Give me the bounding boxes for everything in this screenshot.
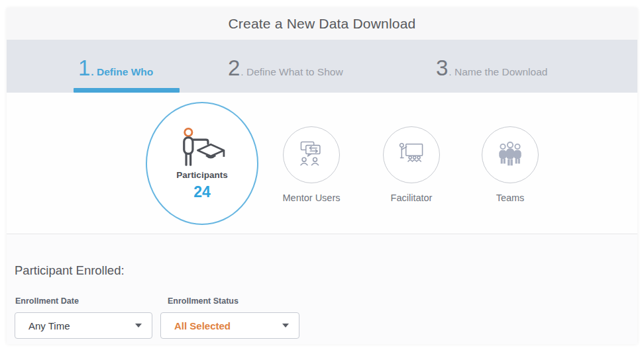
mentor-users-icon xyxy=(297,140,326,170)
wizard-steps: 1 . Define Who 2 . Define What to Show 3… xyxy=(7,40,637,93)
teams-icon xyxy=(496,140,525,170)
mentor-users-circle xyxy=(283,126,340,183)
audience-selector: Participants 24 xyxy=(7,93,637,234)
step-number: 3 xyxy=(436,57,448,79)
chevron-down-icon xyxy=(135,324,142,328)
audience-option-label: Teams xyxy=(496,193,525,203)
participant-graduate-icon xyxy=(175,126,229,170)
create-download-dialog: Create a New Data Download 1 . Define Wh… xyxy=(7,8,637,344)
step-number: 1 xyxy=(78,57,90,79)
page: Create a New Data Download 1 . Define Wh… xyxy=(0,0,644,352)
filters-section-title: Participant Enrolled: xyxy=(15,263,125,278)
facilitator-circle xyxy=(383,126,440,183)
enrollment-date-dropdown[interactable]: Any Time xyxy=(15,312,152,339)
audience-option-label: Facilitator xyxy=(391,193,433,203)
step-tab-define-who[interactable]: 1 . Define Who xyxy=(78,57,153,79)
enrollment-date-label: Enrollment Date xyxy=(15,296,79,306)
enrollment-status-dropdown[interactable]: All Selected xyxy=(160,312,299,339)
active-step-underline xyxy=(74,88,180,93)
step-number: 2 xyxy=(228,57,240,79)
audience-option-participants[interactable]: Participants 24 xyxy=(146,102,258,225)
dialog-header: Create a New Data Download xyxy=(7,8,637,40)
audience-option-facilitator[interactable]: Facilitator xyxy=(365,126,458,203)
audience-option-label: Mentor Users xyxy=(282,193,340,203)
enrollment-status-value: All Selected xyxy=(174,320,231,331)
page-title: Create a New Data Download xyxy=(228,16,415,32)
audience-option-teams[interactable]: Teams xyxy=(464,126,557,203)
step-label: . Define What to Show xyxy=(240,66,343,78)
facilitator-icon xyxy=(396,141,427,169)
step-tab-define-what-to-show[interactable]: 2 . Define What to Show xyxy=(228,57,343,79)
enrollment-date-value: Any Time xyxy=(28,320,70,331)
participant-filters-section: Participant Enrolled: Enrollment Date En… xyxy=(7,234,637,344)
chevron-down-icon xyxy=(282,324,289,328)
step-label: . Name the Download xyxy=(448,66,547,78)
participants-count: 24 xyxy=(193,183,211,201)
teams-circle xyxy=(482,126,539,183)
step-tab-name-the-download[interactable]: 3 . Name the Download xyxy=(436,57,547,79)
step-label: . Define Who xyxy=(90,66,153,78)
audience-option-label: Participants xyxy=(176,170,227,180)
enrollment-status-label: Enrollment Status xyxy=(168,296,239,306)
audience-option-mentor-users[interactable]: Mentor Users xyxy=(265,126,358,203)
